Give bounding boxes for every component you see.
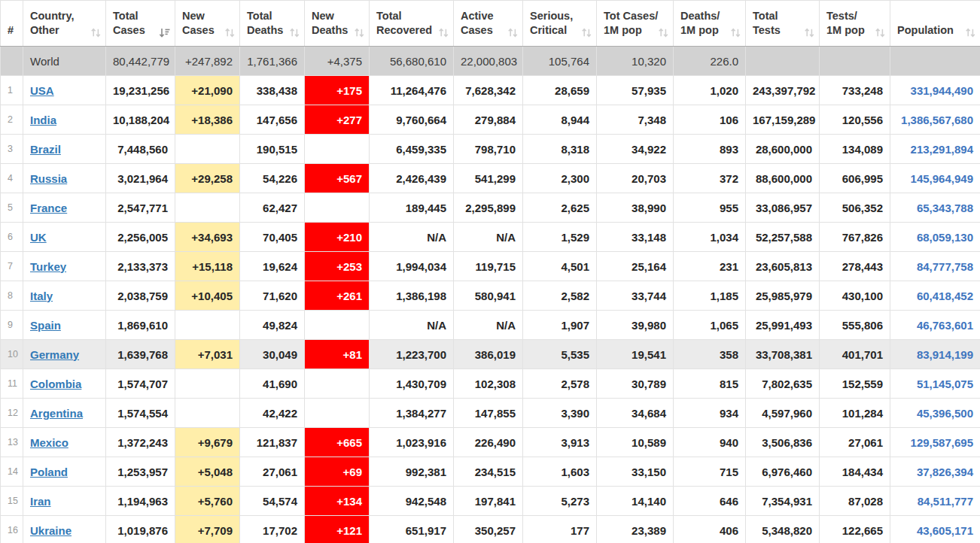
total-tests-cell: 33,086,957	[746, 193, 820, 223]
active-cases-cell: 350,257	[454, 516, 523, 543]
column-header-cases_per_1m[interactable]: Tot Cases/1M pop	[597, 1, 674, 47]
rank-cell: 14	[1, 457, 23, 487]
country-link[interactable]: India	[30, 114, 56, 126]
population-link[interactable]: 46,763,601	[917, 319, 973, 332]
sort-icon[interactable]	[354, 27, 365, 38]
total-recovered-cell: 11,264,476	[370, 76, 454, 105]
population-link[interactable]: 145,964,949	[911, 172, 973, 185]
sort-icon[interactable]	[804, 27, 815, 38]
column-header-total_tests[interactable]: TotalTests	[746, 1, 820, 47]
tests-per-1m-cell: 184,434	[820, 457, 890, 487]
population-cell: 68,059,130	[890, 223, 980, 252]
deaths-per-1m-cell: 358	[674, 340, 746, 369]
population-link[interactable]: 65,343,788	[917, 202, 973, 214]
sort-icon[interactable]	[90, 27, 102, 38]
column-header-tests_per_1m[interactable]: Tests/1M pop	[820, 1, 890, 47]
population-link[interactable]: 129,587,695	[911, 436, 973, 449]
country-cell: Italy	[23, 281, 106, 311]
country-link[interactable]: Ukraine	[30, 524, 72, 537]
total-tests-cell: 7,354,931	[746, 487, 820, 516]
sort-icon[interactable]	[581, 27, 592, 38]
new-cases-cell: +7,031	[175, 340, 240, 369]
country-link[interactable]: USA	[30, 84, 54, 97]
total-recovered-cell: 992,381	[370, 457, 454, 487]
total-recovered-cell: 1,023,916	[370, 428, 454, 457]
cases-per-1m-cell: 57,935	[597, 76, 674, 105]
tests-per-1m-cell: 27,061	[820, 428, 890, 457]
rank-cell: 8	[1, 281, 23, 311]
population-link[interactable]: 84,511,777	[918, 495, 973, 508]
column-header-rank: #	[1, 1, 23, 47]
cases-per-1m-cell: 30,789	[597, 369, 674, 399]
table-row: 14Poland1,253,957+5,04827,061+69992,3812…	[1, 457, 980, 487]
population-cell: 83,914,199	[890, 340, 980, 369]
sort-icon[interactable]	[730, 27, 741, 38]
cases-per-1m-cell: 39,980	[597, 311, 674, 340]
population-link[interactable]: 68,059,130	[917, 231, 973, 244]
new-deaths-cell: +253	[305, 252, 370, 281]
population-link[interactable]: 45,396,500	[917, 407, 973, 420]
column-header-total_deaths[interactable]: TotalDeaths	[240, 1, 305, 47]
new-cases-cell: +247,892	[175, 47, 240, 76]
deaths-per-1m-cell: 646	[674, 487, 746, 516]
country-cell: Colombia	[23, 369, 106, 399]
population-link[interactable]: 1,386,567,680	[901, 114, 973, 126]
column-header-new_cases[interactable]: NewCases	[175, 1, 240, 47]
population-link[interactable]: 51,145,075	[917, 378, 973, 390]
sort-icon[interactable]	[875, 27, 886, 38]
sort-desc-icon[interactable]	[158, 27, 171, 38]
population-link[interactable]: 60,418,452	[917, 290, 973, 302]
sort-icon[interactable]	[289, 27, 300, 38]
total-tests-cell: 4,597,960	[746, 399, 820, 428]
population-link[interactable]: 213,291,894	[911, 143, 973, 156]
sort-icon[interactable]	[438, 27, 449, 38]
sort-icon[interactable]	[224, 27, 236, 38]
population-link[interactable]: 37,826,394	[917, 466, 973, 478]
table-row: 4Russia3,021,964+29,25854,226+5672,426,4…	[1, 164, 980, 193]
country-link[interactable]: Italy	[30, 290, 53, 302]
population-cell: 145,964,949	[890, 164, 980, 193]
column-header-deaths_per_1m[interactable]: Deaths/1M pop	[674, 1, 746, 47]
column-header-active_cases[interactable]: ActiveCases	[454, 1, 523, 47]
deaths-per-1m-cell: 1,065	[674, 311, 746, 340]
country-link[interactable]: Poland	[30, 466, 68, 478]
country-link[interactable]: Russia	[30, 172, 67, 185]
column-header-total_recovered[interactable]: TotalRecovered	[370, 1, 454, 47]
serious-critical-cell: 3,390	[523, 399, 597, 428]
country-link[interactable]: Argentina	[30, 407, 83, 420]
rank-cell: 12	[1, 399, 23, 428]
tests-per-1m-cell	[820, 47, 890, 76]
country-link[interactable]: Colombia	[30, 378, 81, 390]
total-tests-cell: 52,257,588	[746, 223, 820, 252]
population-cell: 51,145,075	[890, 369, 980, 399]
country-link[interactable]: Iran	[30, 495, 51, 508]
population-link[interactable]: 84,777,758	[917, 260, 973, 273]
country-link[interactable]: Turkey	[30, 260, 66, 273]
column-header-new_deaths[interactable]: NewDeaths	[305, 1, 370, 47]
column-header-serious_critical[interactable]: Serious,Critical	[523, 1, 597, 47]
table-row: 16Ukraine1,019,876+7,70917,702+121651,91…	[1, 516, 980, 543]
country-link[interactable]: Brazil	[30, 143, 61, 156]
sort-icon[interactable]	[658, 27, 669, 38]
deaths-per-1m-cell: 1,020	[674, 76, 746, 105]
new-cases-cell: +18,386	[175, 105, 240, 135]
column-header-total_cases[interactable]: TotalCases	[106, 1, 175, 47]
country-link[interactable]: Spain	[30, 319, 61, 332]
total-tests-cell: 88,600,000	[746, 164, 820, 193]
active-cases-cell: N/A	[454, 223, 523, 252]
population-link[interactable]: 331,944,490	[911, 84, 973, 97]
country-link[interactable]: UK	[30, 231, 47, 244]
deaths-per-1m-cell: 940	[674, 428, 746, 457]
population-link[interactable]: 83,914,199	[917, 348, 973, 361]
column-header-population[interactable]: Population	[890, 1, 980, 47]
sort-icon[interactable]	[965, 27, 976, 38]
total-recovered-cell: 56,680,610	[370, 47, 454, 76]
country-link[interactable]: Mexico	[30, 436, 68, 449]
sort-icon[interactable]	[507, 27, 519, 38]
column-header-country[interactable]: Country,Other	[23, 1, 106, 47]
country-link[interactable]: Germany	[30, 348, 79, 361]
population-link[interactable]: 43,605,171	[917, 524, 973, 537]
total-cases-cell: 2,547,771	[106, 193, 175, 223]
country-link[interactable]: France	[30, 202, 67, 214]
table-row: 10Germany1,639,768+7,03130,049+811,223,7…	[1, 340, 980, 369]
